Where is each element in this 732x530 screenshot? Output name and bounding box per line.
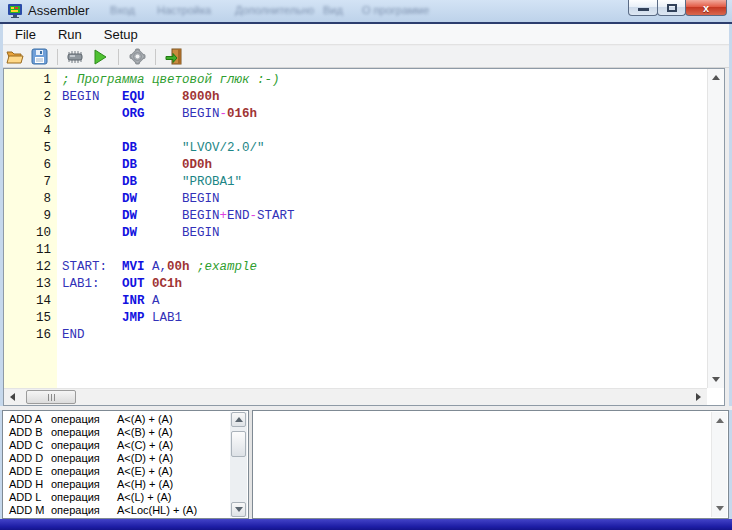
code-line[interactable]: 15 JMP LAB1 xyxy=(4,310,707,327)
code-line[interactable]: 11 xyxy=(4,242,707,259)
editor-content[interactable]: 1; Программа цветовой глюк :-)2BEGIN EQU… xyxy=(4,69,707,388)
code-line[interactable]: 16END xyxy=(4,327,707,344)
code-line[interactable]: 14 INR A xyxy=(4,293,707,310)
window-frame-bottom xyxy=(0,519,732,530)
line-number: 1 xyxy=(4,72,57,89)
row-kind: операция xyxy=(51,478,117,491)
row-kind: операция xyxy=(51,426,117,439)
scroll-down-icon[interactable] xyxy=(716,506,724,511)
list-scroll-down-button[interactable] xyxy=(231,502,246,517)
code-line[interactable]: 13LAB1: OUT 0C1h xyxy=(4,276,707,293)
list-row[interactable]: ADD BоперацияA<(B) + (A) xyxy=(4,426,230,439)
row-mnemonic: ADD D xyxy=(9,452,51,465)
row-kind: операция xyxy=(51,465,117,478)
list-row[interactable]: ADD HоперацияA<(H) + (A) xyxy=(4,478,230,491)
line-text xyxy=(57,123,62,140)
list-row[interactable]: ADD DоперацияA<(D) + (A) xyxy=(4,452,230,465)
code-line[interactable]: 2BEGIN EQU 8000h xyxy=(4,89,707,106)
minimize-button[interactable] xyxy=(628,0,658,16)
assemble-button[interactable] xyxy=(64,47,88,67)
play-icon xyxy=(92,49,108,65)
list-row[interactable]: ADD AоперацияA<(A) + (A) xyxy=(4,413,230,426)
code-line[interactable]: 10 DW BEGIN xyxy=(4,225,707,242)
toolbar-separator xyxy=(155,49,156,65)
line-text: END xyxy=(57,327,85,344)
code-line[interactable]: 1; Программа цветовой глюк :-) xyxy=(4,72,707,89)
menu-run[interactable]: Run xyxy=(48,25,92,44)
line-number: 7 xyxy=(4,174,57,191)
row-mnemonic: ADD C xyxy=(9,439,51,452)
line-text: START: MVI A,00h ;example xyxy=(57,259,257,276)
code-line[interactable]: 3 ORG BEGIN-016h xyxy=(4,106,707,123)
menu-setup[interactable]: Setup xyxy=(94,25,148,44)
row-kind: операция xyxy=(51,413,117,426)
code-editor[interactable]: 1; Программа цветовой глюк :-)2BEGIN EQU… xyxy=(3,68,725,406)
scroll-down-icon[interactable] xyxy=(712,377,720,382)
code-line[interactable]: 6 DB 0D0h xyxy=(4,157,707,174)
ghost-menu-item: Вид xyxy=(323,4,343,16)
line-text: DW BEGIN xyxy=(57,191,220,208)
row-formula: A<(D) + (A) xyxy=(117,452,173,465)
row-formula: A<(E) + (A) xyxy=(117,465,173,478)
scroll-left-icon[interactable] xyxy=(10,393,15,401)
line-number: 15 xyxy=(4,310,57,327)
list-scroll-up-button[interactable] xyxy=(231,412,246,427)
code-line[interactable]: 5 DB "LVOV/2.0/" xyxy=(4,140,707,157)
floppy-disk-icon xyxy=(31,48,48,65)
list-row[interactable]: ADD MоперацияA<Loc(HL) + (A) xyxy=(4,504,230,517)
output-panel[interactable] xyxy=(252,410,729,519)
scroll-right-icon[interactable] xyxy=(696,393,701,401)
line-text xyxy=(57,242,62,259)
row-formula: A<(B) + (A) xyxy=(117,426,173,439)
horizontal-scroll-thumb[interactable] xyxy=(26,390,76,404)
settings-button[interactable] xyxy=(125,47,149,67)
menu-file[interactable]: File xyxy=(5,25,46,44)
toolbar-separator xyxy=(57,49,58,65)
row-kind: операция xyxy=(51,504,117,517)
line-text: JMP LAB1 xyxy=(57,310,182,327)
maximize-button[interactable] xyxy=(657,0,686,16)
toolbar-separator xyxy=(118,49,119,65)
ghost-menu-item: О программе xyxy=(362,4,429,16)
title-bar: Assembler ВходНастройкаДополнительноВидО… xyxy=(0,0,732,22)
line-text: DW BEGIN+END-START xyxy=(57,208,295,225)
code-line[interactable]: 4 xyxy=(4,123,707,140)
list-row[interactable]: ADD LоперацияA<(L) + (A) xyxy=(4,491,230,504)
row-mnemonic: ADD H xyxy=(9,478,51,491)
editor-horizontal-scrollbar[interactable] xyxy=(4,388,707,405)
run-button[interactable] xyxy=(88,47,112,67)
code-line[interactable]: 9 DW BEGIN+END-START xyxy=(4,208,707,225)
line-number: 3 xyxy=(4,106,57,123)
code-line[interactable]: 7 DB "PROBA1" xyxy=(4,174,707,191)
pc-monitor-icon xyxy=(7,3,23,19)
list-row[interactable]: ADD CоперацияA<(C) + (A) xyxy=(4,439,230,452)
line-number: 14 xyxy=(4,293,57,310)
output-vertical-scrollbar[interactable] xyxy=(711,412,727,517)
code-line[interactable]: 12START: MVI A,00h ;example xyxy=(4,259,707,276)
close-button[interactable]: x xyxy=(685,0,727,16)
row-mnemonic: ADD L xyxy=(9,491,51,504)
scroll-up-icon[interactable] xyxy=(712,75,720,80)
menu-bar: File Run Setup xyxy=(3,24,729,45)
list-vertical-scrollbar[interactable] xyxy=(230,412,247,517)
maximize-icon xyxy=(667,4,677,12)
line-number: 16 xyxy=(4,327,57,344)
code-line[interactable]: 8 DW BEGIN xyxy=(4,191,707,208)
save-file-button[interactable] xyxy=(27,47,51,67)
line-text: INR A xyxy=(57,293,160,310)
open-file-button[interactable] xyxy=(3,47,27,67)
assembler-window: Assembler ВходНастройкаДополнительноВидО… xyxy=(0,0,732,530)
folder-open-icon xyxy=(6,49,25,65)
gear-icon xyxy=(129,48,146,65)
editor-vertical-scrollbar[interactable] xyxy=(707,69,724,388)
list-row[interactable]: ADD EоперацияA<(E) + (A) xyxy=(4,465,230,478)
line-number: 4 xyxy=(4,123,57,140)
ghost-menu-item: Настройка xyxy=(157,4,211,16)
scroll-up-icon[interactable] xyxy=(716,418,724,423)
close-icon: x xyxy=(686,2,726,14)
line-number: 11 xyxy=(4,242,57,259)
list-scroll-thumb[interactable] xyxy=(231,431,246,457)
exit-button[interactable] xyxy=(162,47,186,67)
scroll-up-icon xyxy=(235,417,243,422)
toolbar xyxy=(3,46,729,68)
